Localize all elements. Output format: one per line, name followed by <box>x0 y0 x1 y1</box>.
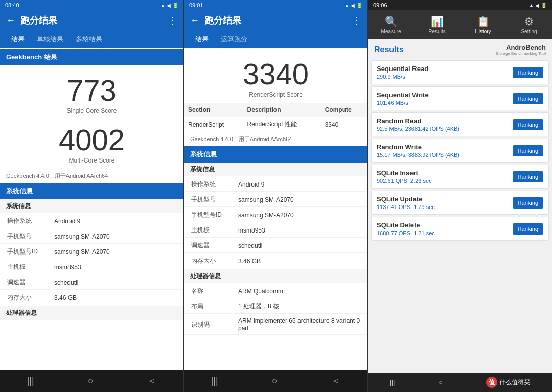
nav-home-2[interactable]: ○ <box>272 376 278 386</box>
row-key: 主机板 <box>185 223 231 238</box>
sys-subheader-2: 系统信息 <box>184 163 367 176</box>
row-key: 布局 <box>185 299 231 314</box>
toolbar-2: ← 跑分结果 ⋮ <box>184 10 367 31</box>
toolbar-title-1: 跑分结果 <box>20 14 163 27</box>
result-name: Sequential Read <box>377 65 513 73</box>
ranking-button-sqlite-delete[interactable]: Ranking <box>513 223 543 235</box>
result-name: Random Read <box>377 117 513 125</box>
col-description: Description <box>243 103 320 117</box>
renderscript-score: 3340 <box>189 59 362 89</box>
results-scroll: Sequential Read 290.9 MB/s Ranking Seque… <box>368 58 552 373</box>
geekbench-version-info-1: Geekbench 4.4.0，用于Android AArch64 <box>0 169 183 183</box>
tab-renderscript[interactable]: 运算跑分 <box>215 31 254 49</box>
result-sqlite-insert: SQLite Insert 902.61 QPS, 2.26 sec Ranki… <box>371 165 549 189</box>
bottom-nav-menu[interactable]: ||| <box>390 379 395 386</box>
table-row: 识别码 ARM implementer 65 architecture 8 va… <box>185 315 366 335</box>
result-value: 92.5 MB/s, 23681.42 IOPS (4KB) <box>377 126 513 132</box>
more-menu-2[interactable]: ⋮ <box>352 15 361 26</box>
ranking-button-seq-write[interactable]: Ranking <box>513 93 543 104</box>
result-value: 902.61 QPS, 2.26 sec <box>377 178 513 184</box>
status-bar-1: 08:40 ▲ ◀ 🔋 <box>0 0 183 10</box>
nav-home-1[interactable]: ○ <box>88 376 94 386</box>
nav-back-2[interactable]: ＜ <box>331 375 340 387</box>
table-row: 手机型号 samsung SM-A2070 <box>185 193 366 207</box>
cell-compute: 3340 <box>321 117 367 132</box>
row-key: 手机型号ID <box>1 245 47 259</box>
result-name: Sequential Write <box>377 91 513 99</box>
results-icon: 📊 <box>431 15 444 28</box>
toolbar-1: ← 跑分结果 ⋮ <box>0 10 183 31</box>
row-key: 手机型号 <box>185 193 231 207</box>
more-menu-1[interactable]: ⋮ <box>168 15 177 26</box>
row-value: samsung SM-A2070 <box>48 229 182 244</box>
row-value: Android 9 <box>48 214 182 228</box>
back-button-1[interactable]: ← <box>6 15 15 26</box>
tab-multi-core[interactable]: 多核结果 <box>70 31 108 49</box>
row-value: 3.46 GB <box>232 254 366 268</box>
nav-history[interactable]: 📋 History <box>468 13 498 36</box>
row-value: msm8953 <box>48 260 182 274</box>
panel-geekbench-single: 08:40 ▲ ◀ 🔋 ← 跑分结果 ⋮ 结果 单核结果 多核结果 Geekbe… <box>0 0 184 392</box>
status-bar-2: 09:01 ▲ ◀ 🔋 <box>184 0 367 10</box>
col-section: Section <box>184 103 243 117</box>
back-button-2[interactable]: ← <box>190 15 199 26</box>
row-key: 内存大小 <box>185 254 231 268</box>
row-value: 3.46 GB <box>48 291 182 305</box>
status-icons-1: ▲ ◀ 🔋 <box>160 3 178 8</box>
table-row: 手机型号ID samsung SM-A2070 <box>185 208 366 222</box>
processor-table-2: 名称 ARM Qualcomm 布局 1 处理器，8 核 识别码 ARM imp… <box>184 283 367 336</box>
bottom-nav-home[interactable]: ○ <box>439 379 442 386</box>
nav-measure[interactable]: 🔍 Measure <box>376 13 406 36</box>
table-row: RenderScript RenderScript 性能 3340 <box>184 117 367 132</box>
row-value: 1 处理器，8 核 <box>232 299 366 314</box>
result-value: 290.9 MB/s <box>377 74 513 80</box>
nav-menu-1[interactable]: ||| <box>27 376 34 386</box>
tab-results-2[interactable]: 结果 <box>189 31 215 49</box>
tabs-bar-2: 结果 运算跑分 <box>184 31 367 49</box>
logo-sub: Storage Benchmarking Tool <box>496 51 546 56</box>
row-key: 名称 <box>185 284 231 298</box>
cell-section: RenderScript <box>184 117 243 132</box>
tab-single-core[interactable]: 单核结果 <box>31 31 70 49</box>
multi-core-score: 4002 <box>5 125 178 155</box>
result-value: 1137.41 QPS, 1.79 sec <box>377 204 513 210</box>
nav-setting-label: Setting <box>521 29 537 34</box>
nav-results[interactable]: 📊 Results <box>422 13 452 36</box>
what-label: 什么值得买 <box>499 378 530 387</box>
system-info-header-2: 系统信息 <box>184 146 367 163</box>
nav-menu-2[interactable]: ||| <box>211 376 218 386</box>
nav-results-label: Results <box>428 29 445 34</box>
row-value: msm8953 <box>232 223 366 238</box>
nav-back-1[interactable]: ＜ <box>147 375 156 387</box>
system-info-table-2: 操作系统 Android 9 手机型号 samsung SM-A2070 手机型… <box>184 176 367 269</box>
what-icon: 值 <box>486 377 497 388</box>
androbench-nav: 🔍 Measure 📊 Results 📋 History ⚙ Setting <box>368 10 552 39</box>
table-row: 名称 ARM Qualcomm <box>185 284 366 298</box>
panel-geekbench-renderscript: 09:01 ▲ ◀ 🔋 ← 跑分结果 ⋮ 结果 运算跑分 3340 Render… <box>184 0 368 392</box>
ranking-button-seq-read[interactable]: Ranking <box>513 67 543 78</box>
tab-results-1[interactable]: 结果 <box>5 31 31 49</box>
tabs-bar-1: 结果 单核结果 多核结果 <box>0 31 183 49</box>
ranking-button-sqlite-insert[interactable]: Ranking <box>513 171 543 182</box>
ranking-button-rand-read[interactable]: Ranking <box>513 119 543 130</box>
table-row: 手机型号ID samsung SM-A2070 <box>1 245 182 259</box>
row-key: 调速器 <box>185 239 231 253</box>
table-row: 调速器 schedutil <box>1 275 182 290</box>
table-row: 操作系统 Android 9 <box>1 214 182 228</box>
row-value: Android 9 <box>232 177 366 192</box>
ranking-button-rand-write[interactable]: Ranking <box>513 145 543 156</box>
benchmark-table: Section Description Compute RenderScript… <box>184 103 367 132</box>
row-key: 内存大小 <box>1 291 47 305</box>
row-value: samsung SM-A2070 <box>48 245 182 259</box>
ranking-button-sqlite-update[interactable]: Ranking <box>513 197 543 209</box>
row-value: schedutil <box>48 275 182 290</box>
result-sqlite-delete: SQLite Delete 1680.77 QPS, 1.21 sec Rank… <box>371 217 549 241</box>
nav-setting[interactable]: ⚙ Setting <box>514 13 544 36</box>
table-row: 主机板 msm8953 <box>1 260 182 274</box>
sys-subheader-1: 系统信息 <box>0 199 183 213</box>
row-key: 手机型号 <box>1 229 47 244</box>
system-info-header-1: 系统信息 <box>0 183 183 199</box>
table-header-row: Section Description Compute <box>184 103 367 117</box>
table-row: 操作系统 Android 9 <box>185 177 366 192</box>
table-row: 手机型号 samsung SM-A2070 <box>1 229 182 244</box>
